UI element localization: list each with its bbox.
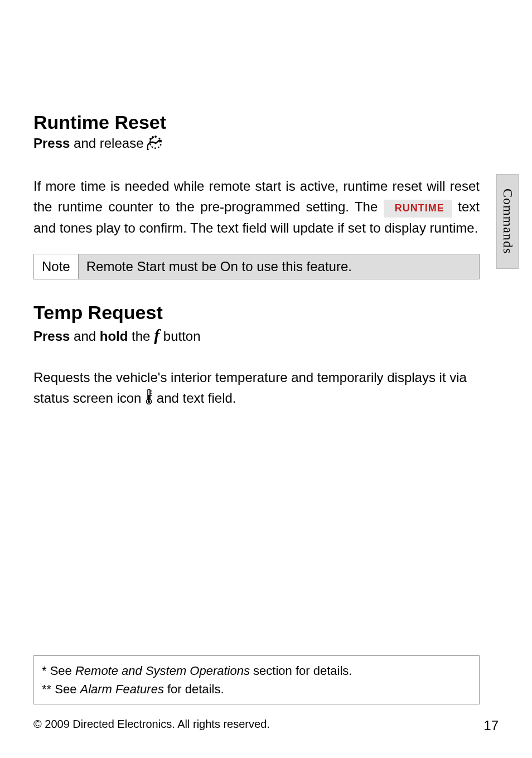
fn-text: for details.	[164, 682, 224, 696]
press-label: Press	[33, 136, 70, 151]
page-footer: © 2009 Directed Electronics. All rights …	[33, 718, 499, 733]
page: Commands Runtime Reset Press and release	[0, 0, 532, 758]
instruct-text: the	[128, 329, 154, 344]
f-button-glyph: f	[154, 326, 159, 344]
para-text: and text field.	[157, 390, 236, 405]
paragraph-temp-request: Requests the vehicle's interior temperat…	[33, 367, 480, 411]
footnotes-box: * See Remote and System Operations secti…	[33, 655, 480, 704]
note-text: Remote Start must be On to use this feat…	[79, 254, 360, 279]
note-label: Note	[34, 254, 79, 279]
footnote-2: ** See Alarm Features for details.	[42, 680, 471, 698]
content-area: Runtime Reset Press and release	[33, 112, 480, 411]
press-label: Press	[33, 329, 70, 344]
fn-text: ** See	[42, 682, 80, 696]
paragraph-runtime-reset: If more time is needed while remote star…	[33, 176, 480, 238]
side-tab-commands: Commands	[496, 174, 519, 269]
svg-point-4	[155, 136, 156, 137]
fn-text: section for details.	[250, 664, 352, 678]
fn-ref: Remote and System Operations	[75, 664, 250, 678]
side-tab-label: Commands	[500, 189, 515, 254]
thermometer-icon	[145, 388, 153, 411]
heading-temp-request: Temp Request	[33, 302, 480, 324]
instruction-runtime-reset: Press and release	[33, 136, 480, 153]
svg-line-0	[156, 141, 159, 143]
hold-label: hold	[100, 329, 128, 344]
para-text: Requests the vehicle's interior temperat…	[33, 370, 467, 405]
instruct-text: and release	[70, 136, 147, 151]
svg-point-3	[152, 137, 153, 138]
svg-point-7	[148, 400, 151, 403]
remote-start-icon	[147, 136, 164, 153]
instruct-text: and	[70, 329, 99, 344]
heading-runtime-reset: Runtime Reset	[33, 112, 480, 133]
fn-ref: Alarm Features	[80, 682, 164, 696]
fn-text: * See	[42, 664, 75, 678]
instruction-temp-request: Press and hold the f button	[33, 326, 480, 345]
copyright-text: © 2009 Directed Electronics. All rights …	[33, 718, 270, 733]
runtime-badge: RUNTIME	[384, 200, 452, 218]
note-box: Note Remote Start must be On to use this…	[33, 254, 480, 279]
page-number: 17	[483, 718, 499, 733]
footnote-1: * See Remote and System Operations secti…	[42, 662, 471, 680]
instruct-text: button	[159, 329, 200, 344]
svg-point-2	[150, 138, 151, 139]
